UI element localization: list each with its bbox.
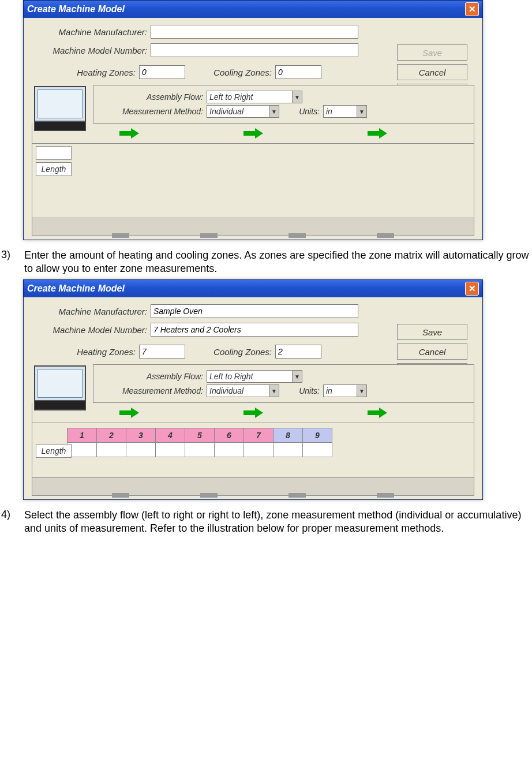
method-label: Measurement Method: (99, 386, 207, 395)
method-value: Individual (209, 386, 243, 395)
model-field[interactable] (151, 43, 358, 57)
flow-label: Assembly Flow: (99, 92, 207, 102)
chevron-down-icon: ▼ (357, 106, 366, 117)
method-dropdown[interactable]: Individual ▼ (207, 384, 279, 397)
zone-length-cell[interactable] (244, 443, 274, 457)
flow-arrows (32, 403, 474, 423)
zone-header-cell: 6 (215, 428, 244, 443)
arrow-right-icon (368, 129, 387, 137)
chevron-down-icon: ▼ (292, 91, 302, 103)
arrow-right-icon (243, 409, 263, 417)
dialog2: Create Machine Model ✕ Save Cancel Help … (23, 279, 483, 500)
manufacturer-field[interactable] (151, 25, 358, 39)
method-dropdown[interactable]: Individual ▼ (207, 105, 279, 118)
titlebar: Create Machine Model ✕ (24, 1, 482, 18)
manufacturer-label: Machine Manufacturer: (32, 27, 151, 37)
computer-icon (34, 365, 86, 410)
zone-header-cell: 3 (126, 428, 156, 443)
units-label: Units: (279, 386, 323, 395)
arrow-right-icon (119, 409, 139, 417)
heating-field[interactable] (139, 65, 185, 79)
title-text: Create Machine Model (27, 4, 125, 14)
zone-table: 123456789 (67, 428, 332, 457)
zone-length-cell[interactable] (156, 443, 185, 457)
cooling-field[interactable] (275, 345, 321, 359)
step4-num: 4) (0, 509, 24, 535)
cooling-label: Cooling Zones: (185, 347, 275, 357)
zone-header-cell: 4 (156, 428, 185, 443)
step3: 3) Enter the amount of heating and cooli… (0, 249, 532, 275)
zone-header-cell: 1 (68, 428, 97, 443)
cooling-label: Cooling Zones: (185, 68, 275, 77)
empty-cell (36, 146, 72, 160)
dialog2-screenshot: Create Machine Model ✕ Save Cancel Help … (23, 279, 532, 500)
zone-length-cell[interactable] (185, 443, 215, 457)
step3-num: 3) (0, 249, 24, 275)
save-button[interactable]: Save (397, 324, 467, 340)
heating-label: Heating Zones: (32, 347, 139, 357)
units-value: in (326, 107, 332, 116)
computer-icon (34, 86, 86, 131)
cooling-field[interactable] (275, 65, 321, 79)
zone-length-cell[interactable] (303, 443, 332, 457)
zone-length-cell[interactable] (215, 443, 244, 457)
step4-text: Select the assembly flow (left to right … (24, 509, 532, 535)
zone-length-cell[interactable] (68, 443, 97, 457)
zone-length-cell[interactable] (97, 443, 126, 457)
flow-dropdown[interactable]: Left to Right ▼ (207, 91, 302, 103)
arrow-right-icon (243, 129, 263, 137)
units-dropdown[interactable]: in ▼ (323, 384, 367, 397)
chevron-down-icon: ▼ (357, 385, 366, 397)
units-value: in (326, 386, 332, 395)
cancel-button[interactable]: Cancel (397, 343, 467, 360)
close-icon[interactable]: ✕ (465, 282, 479, 296)
flow-value: Left to Right (209, 92, 253, 102)
flow-arrows (32, 124, 474, 144)
units-dropdown[interactable]: in ▼ (323, 105, 367, 118)
arrow-right-icon (368, 409, 387, 417)
method-value: Individual (209, 107, 243, 116)
flow-value: Left to Right (209, 372, 253, 381)
step3-text: Enter the amount of heating and cooling … (24, 249, 532, 275)
zone-header-cell: 9 (303, 428, 332, 443)
chevron-down-icon: ▼ (269, 385, 279, 397)
chevron-down-icon: ▼ (292, 371, 302, 382)
save-button[interactable]: Save (397, 44, 467, 61)
model-label: Machine Model Number: (32, 46, 151, 55)
model-label: Machine Model Number: (32, 325, 151, 335)
heating-field[interactable] (139, 345, 185, 359)
length-label: Length (36, 444, 72, 458)
close-icon[interactable]: ✕ (465, 2, 479, 16)
length-label: Length (36, 162, 72, 176)
zone-header-cell: 5 (185, 428, 215, 443)
method-label: Measurement Method: (99, 107, 207, 116)
titlebar: Create Machine Model ✕ (24, 280, 482, 297)
flow-label: Assembly Flow: (99, 372, 207, 381)
manufacturer-field[interactable] (151, 304, 358, 318)
arrow-right-icon (119, 129, 139, 137)
step4: 4) Select the assembly flow (left to rig… (0, 509, 532, 535)
dialog1-screenshot: Create Machine Model ✕ Save Cancel Help … (23, 0, 532, 240)
zone-header-cell: 2 (97, 428, 126, 443)
units-label: Units: (279, 107, 323, 116)
zone-header-cell: 7 (244, 428, 274, 443)
heating-label: Heating Zones: (32, 68, 139, 77)
zone-length-cell[interactable] (274, 443, 303, 457)
dialog1: Create Machine Model ✕ Save Cancel Help … (23, 0, 483, 240)
flow-dropdown[interactable]: Left to Right ▼ (207, 370, 302, 383)
zone-header-cell: 8 (274, 428, 303, 443)
zone-length-cell[interactable] (126, 443, 156, 457)
cancel-button[interactable]: Cancel (397, 64, 467, 80)
title-text: Create Machine Model (27, 283, 125, 294)
model-field[interactable] (151, 323, 358, 337)
manufacturer-label: Machine Manufacturer: (32, 307, 151, 316)
chevron-down-icon: ▼ (269, 106, 279, 117)
